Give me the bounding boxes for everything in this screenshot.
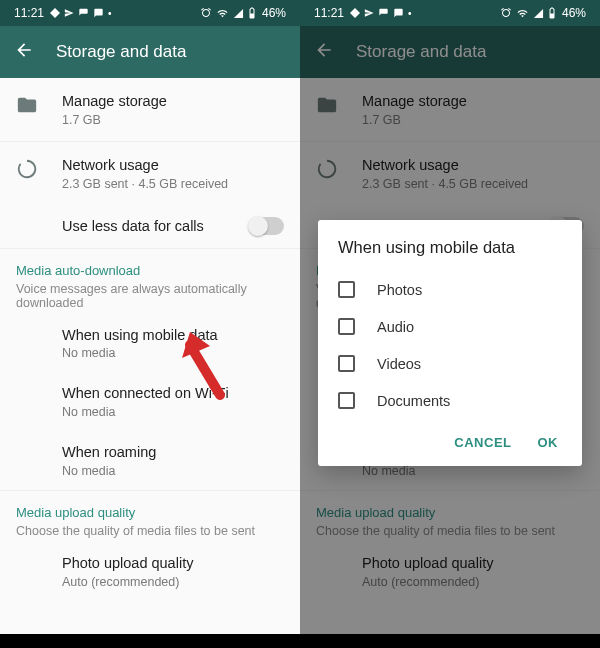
dialog-option-label: Videos <box>377 356 421 372</box>
nav-bar <box>0 634 300 648</box>
mobile-data-title: When using mobile data <box>62 326 284 345</box>
roaming-title: When roaming <box>62 443 284 462</box>
status-left-icons: • <box>50 8 112 19</box>
photo-quality-sub: Auto (recommended) <box>62 575 284 589</box>
svg-rect-1 <box>550 14 554 19</box>
use-less-data-title: Use less data for calls <box>62 217 204 236</box>
upload-section: Media upload quality Choose the quality … <box>0 491 300 542</box>
dialog-option-audio[interactable]: Audio <box>338 308 562 345</box>
media-section-title: Media auto-download <box>16 263 284 278</box>
checkbox-documents[interactable] <box>338 392 355 409</box>
status-battery-r: 46% <box>562 6 586 20</box>
checkbox-photos[interactable] <box>338 281 355 298</box>
checkbox-audio[interactable] <box>338 318 355 335</box>
mobile-data-sub: No media <box>62 346 284 360</box>
dialog-option-videos[interactable]: Videos <box>338 345 562 382</box>
manage-storage-title: Manage storage <box>62 92 284 111</box>
photo-quality-title: Photo upload quality <box>62 554 284 573</box>
use-less-data-toggle[interactable] <box>250 217 284 235</box>
nav-bar-r <box>300 634 600 648</box>
status-time-r: 11:21 <box>314 6 344 20</box>
dialog-option-documents[interactable]: Documents <box>338 382 562 419</box>
status-bar: 11:21 • 46% <box>0 0 300 26</box>
upload-section-title: Media upload quality <box>16 505 284 520</box>
network-usage-sub: 2.3 GB sent · 4.5 GB received <box>62 177 284 191</box>
dialog-option-label: Photos <box>377 282 422 298</box>
dialog-title: When using mobile data <box>338 238 562 257</box>
checkbox-videos[interactable] <box>338 355 355 372</box>
app-bar: Storage and data <box>0 26 300 78</box>
data-usage-icon <box>14 156 40 180</box>
wifi-sub: No media <box>62 405 284 419</box>
manage-storage-sub: 1.7 GB <box>62 113 284 127</box>
network-usage-title: Network usage <box>62 156 284 175</box>
dialog-option-label: Documents <box>377 393 450 409</box>
alarm-icon <box>200 7 212 19</box>
dialog-option-label: Audio <box>377 319 414 335</box>
status-battery: 46% <box>262 6 286 20</box>
cancel-button[interactable]: CANCEL <box>454 435 511 450</box>
mobile-data-dialog: When using mobile data Photos Audio Vide… <box>318 220 582 466</box>
ok-button[interactable]: OK <box>538 435 559 450</box>
use-less-data-row[interactable]: Use less data for calls <box>0 205 300 248</box>
upload-section-sub: Choose the quality of media files to be … <box>16 524 284 538</box>
wifi-icon <box>216 8 229 19</box>
roaming-row[interactable]: When roaming No media <box>0 431 300 490</box>
media-section-sub: Voice messages are always automatically … <box>16 282 284 310</box>
status-bar-r: 11:21 • 46% <box>300 0 600 26</box>
folder-icon <box>14 92 40 116</box>
page-title: Storage and data <box>56 42 186 62</box>
photo-quality-row[interactable]: Photo upload quality Auto (recommended) <box>0 542 300 601</box>
roaming-sub: No media <box>62 464 284 478</box>
status-right-icons <box>200 7 256 19</box>
dialog-option-photos[interactable]: Photos <box>338 271 562 308</box>
phone-right: 11:21 • 46% Storage and data <box>300 0 600 648</box>
phone-left: 11:21 • 46% Storage and data <box>0 0 300 648</box>
battery-icon <box>248 7 256 19</box>
wifi-row[interactable]: When connected on Wi-Fi No media <box>0 372 300 431</box>
back-icon[interactable] <box>14 40 34 64</box>
signal-icon <box>233 8 244 19</box>
status-time: 11:21 <box>14 6 44 20</box>
media-autodownload-section: Media auto-download Voice messages are a… <box>0 249 300 314</box>
svg-rect-0 <box>250 14 254 19</box>
mobile-data-row[interactable]: When using mobile data No media <box>0 314 300 373</box>
wifi-title: When connected on Wi-Fi <box>62 384 284 403</box>
manage-storage-row[interactable]: Manage storage 1.7 GB <box>0 78 300 141</box>
network-usage-row[interactable]: Network usage 2.3 GB sent · 4.5 GB recei… <box>0 142 300 205</box>
settings-content: Manage storage 1.7 GB Network usage 2.3 … <box>0 78 300 634</box>
